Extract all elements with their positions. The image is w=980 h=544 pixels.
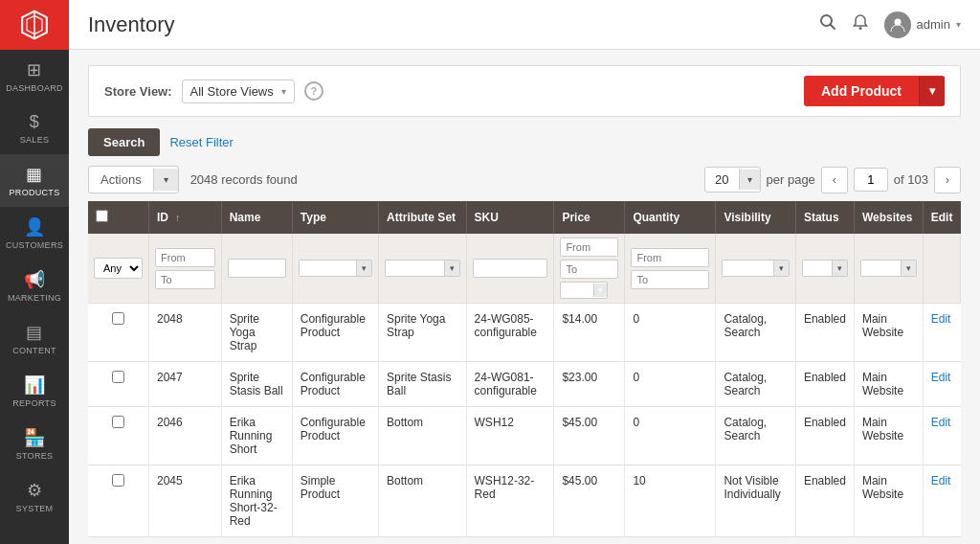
per-page-select[interactable]: 20 ▾ <box>704 167 760 193</box>
reports-icon: 📊 <box>24 374 45 396</box>
th-id[interactable]: ID ↑ <box>149 201 222 234</box>
th-name[interactable]: Name <box>221 201 292 234</box>
filter-price-to[interactable] <box>560 260 618 279</box>
table-row: 2047 Sprite Stasis Ball Configurable Pro… <box>88 362 961 407</box>
sidebar-item-content[interactable]: ▤ Content <box>0 312 69 365</box>
row-status: Enabled <box>795 465 854 537</box>
filter-edit-cell <box>923 234 960 304</box>
th-price[interactable]: Price <box>554 201 625 234</box>
filter-quantity-from[interactable] <box>631 248 709 267</box>
row-visibility: Not Visible Individually <box>716 465 795 537</box>
currency-arrow[interactable]: ▾ <box>593 283 607 297</box>
row-edit-cell: Edit <box>923 465 960 537</box>
sidebar-item-products[interactable]: ▦ Products <box>0 154 69 207</box>
edit-link[interactable]: Edit <box>931 371 951 384</box>
edit-link[interactable]: Edit <box>931 312 951 326</box>
row-checkbox-cell <box>88 465 149 537</box>
actions-dropdown-arrow[interactable]: ▾ <box>153 169 178 191</box>
row-price: $45.00 <box>554 465 625 537</box>
search-icon[interactable] <box>819 13 836 35</box>
filter-status-cell: ▾ <box>795 234 854 304</box>
th-type[interactable]: Type <box>292 201 378 234</box>
row-checkbox[interactable] <box>112 371 124 383</box>
filter-visibility-arrow[interactable]: ▾ <box>773 261 789 276</box>
sidebar-item-label: Sales <box>20 135 50 145</box>
filter-price-cell: USD ▾ <box>554 234 625 304</box>
filter-websites-arrow[interactable]: ▾ <box>901 261 916 276</box>
row-visibility: Catalog, Search <box>716 362 795 407</box>
filter-attribute-set-arrow[interactable]: ▾ <box>444 261 459 276</box>
th-quantity[interactable]: Quantity <box>625 201 716 234</box>
th-status[interactable]: Status <box>795 201 854 234</box>
stores-icon: 🏪 <box>24 427 45 448</box>
filter-sku-input[interactable] <box>473 259 548 278</box>
next-page-button[interactable]: › <box>934 167 961 193</box>
topbar-actions: admin ▾ <box>819 11 961 38</box>
th-id-label: ID <box>157 211 168 224</box>
sidebar-item-label: Dashboard <box>6 83 63 93</box>
filter-name-input[interactable] <box>228 259 286 278</box>
notification-bell-icon[interactable] <box>852 13 869 35</box>
th-visibility[interactable]: Visibility <box>716 201 795 234</box>
filter-attribute-set-cell: ▾ <box>379 234 467 304</box>
filter-id-from[interactable] <box>155 248 215 267</box>
filter-id-to[interactable] <box>155 270 215 289</box>
row-websites: Main Website <box>854 465 923 537</box>
sidebar-item-customers[interactable]: 👤 Customers <box>0 207 69 260</box>
row-checkbox-cell <box>88 304 149 362</box>
row-name: Sprite Stasis Ball <box>221 362 292 407</box>
logo-button[interactable] <box>0 0 69 50</box>
filter-quantity-cell <box>625 234 716 304</box>
actions-select[interactable]: Actions ▾ <box>88 166 179 193</box>
sidebar: ⊞ Dashboard $ Sales ▦ Products 👤 Custome… <box>0 0 69 544</box>
sidebar-item-reports[interactable]: 📊 Reports <box>0 365 69 418</box>
row-id: 2047 <box>149 362 222 407</box>
row-attribute-set: Sprite Stasis Ball <box>379 362 467 407</box>
sidebar-item-stores[interactable]: 🏪 Stores <box>0 418 69 470</box>
filter-price-from[interactable] <box>560 238 618 257</box>
sidebar-item-system[interactable]: ⚙ System <box>0 470 69 523</box>
sidebar-item-dashboard[interactable]: ⊞ Dashboard <box>0 50 69 102</box>
any-filter-select[interactable]: Any <box>94 258 143 279</box>
row-type: Configurable Product <box>292 304 378 362</box>
row-status: Enabled <box>795 304 854 362</box>
admin-user-menu[interactable]: admin ▾ <box>884 11 961 38</box>
add-product-button[interactable]: Add Product ▾ <box>804 76 945 106</box>
row-sku: 24-WG081-configurable <box>466 362 554 407</box>
prev-page-button[interactable]: ‹ <box>821 167 848 193</box>
edit-link[interactable]: Edit <box>931 474 951 487</box>
filter-type-arrow[interactable]: ▾ <box>356 261 371 276</box>
sort-id-icon[interactable]: ↑ <box>175 213 180 223</box>
per-page-label: per page <box>767 172 815 187</box>
store-view-select[interactable]: All Store Views ▾ <box>182 79 295 103</box>
filter-status-arrow[interactable]: ▾ <box>832 261 847 276</box>
sidebar-item-label: Marketing <box>8 293 61 303</box>
row-quantity: 10 <box>625 465 716 537</box>
row-checkbox[interactable] <box>112 474 124 487</box>
current-page-input[interactable] <box>854 168 888 192</box>
search-button[interactable]: Search <box>88 128 160 156</box>
per-page-arrow[interactable]: ▾ <box>739 170 760 190</box>
row-id: 2045 <box>149 465 222 537</box>
row-id: 2048 <box>149 304 222 362</box>
th-websites[interactable]: Websites <box>854 201 923 234</box>
reset-filter-link[interactable]: Reset Filter <box>169 135 233 149</box>
row-checkbox-cell <box>88 407 149 465</box>
avatar <box>884 11 911 38</box>
filter-quantity-to[interactable] <box>631 270 709 289</box>
row-checkbox[interactable] <box>112 416 124 428</box>
sidebar-item-sales[interactable]: $ Sales <box>0 102 69 154</box>
th-attribute-set[interactable]: Attribute Set <box>379 201 467 234</box>
currency-select[interactable]: USD ▾ <box>560 282 607 299</box>
row-attribute-set: Sprite Yoga Strap <box>379 304 467 362</box>
row-name: Erika Running Short <box>221 407 292 465</box>
row-sku: WSH12 <box>466 407 554 465</box>
sidebar-item-marketing[interactable]: 📢 Marketing <box>0 260 69 312</box>
edit-link[interactable]: Edit <box>931 416 951 429</box>
help-icon[interactable]: ? <box>304 81 323 101</box>
th-sku[interactable]: SKU <box>466 201 554 234</box>
row-checkbox[interactable] <box>112 312 124 325</box>
add-product-dropdown-arrow[interactable]: ▾ <box>919 77 945 105</box>
add-product-label: Add Product <box>804 76 919 106</box>
select-all-checkbox[interactable] <box>96 210 108 222</box>
